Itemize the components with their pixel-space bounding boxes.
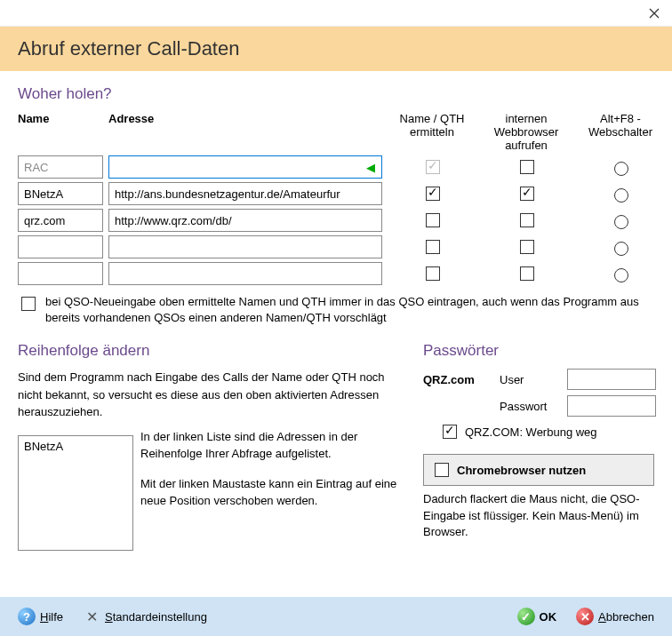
always-insert-checkbox[interactable] [21, 297, 36, 311]
row-addr-input[interactable] [108, 182, 382, 205]
nameqth-checkbox[interactable] [426, 266, 440, 281]
browser-checkbox[interactable] [520, 266, 534, 281]
section-reorder-title: Reihenfolge ändern [18, 342, 405, 360]
window-title: Abruf externer Call-Daten [0, 27, 672, 71]
pw-site: QRZ.com [423, 373, 494, 386]
reorder-list[interactable]: BNetzA [18, 435, 133, 551]
table-row: ◀ [18, 155, 654, 179]
chrome-desc: Dadurch flackert die Maus nicht, die QSO… [423, 491, 654, 540]
browser-checkbox[interactable] [520, 213, 534, 227]
chrome-label: Chromebrowser nutzen [457, 464, 586, 477]
chrome-box[interactable]: Chromebrowser nutzen [423, 454, 654, 486]
ok-button[interactable]: ✓ OK [517, 608, 557, 625]
section-woher-title: Woher holen? [18, 85, 654, 103]
help-icon: ? [18, 608, 36, 625]
table-row [18, 209, 654, 232]
row-addr-input[interactable] [108, 235, 382, 258]
pw-pass-input[interactable] [567, 395, 656, 417]
help-label: Hilfe [40, 610, 63, 624]
titlebar [0, 0, 672, 27]
close-button[interactable] [636, 0, 672, 27]
row-addr-input[interactable] [108, 262, 382, 285]
row-name-input[interactable] [18, 182, 103, 205]
nameqth-checkbox [426, 160, 440, 174]
defaults-button[interactable]: ✕ Standardeinstellung [83, 608, 207, 625]
altf8-radio[interactable] [614, 268, 628, 282]
section-pw-title: Passwörter [423, 342, 654, 360]
cancel-button[interactable]: ✕ Abbrechen [576, 608, 654, 625]
cancel-label: Abbrechen [598, 610, 654, 624]
altf8-radio[interactable] [614, 242, 628, 256]
col-browser: internen Webbrowser aufrufen [482, 112, 571, 152]
row-name-input[interactable] [18, 262, 103, 285]
reorder-help1: In der linken Liste sind die Adressen in… [140, 428, 405, 463]
altf8-radio[interactable] [614, 162, 628, 176]
table-header: Name Adresse Name / QTH ermitteln intern… [18, 112, 654, 152]
footer: ? Hilfe ✕ Standardeinstellung ✓ OK ✕ Abb… [0, 597, 672, 636]
col-altf8: Alt+F8 - Webschalter [576, 112, 665, 139]
row-name-input[interactable] [18, 235, 103, 258]
nameqth-checkbox[interactable] [426, 187, 440, 201]
always-insert-label: bei QSO-Neueingabe oben ermittelte Namen… [45, 294, 654, 326]
reorder-item[interactable]: BNetzA [24, 440, 127, 453]
col-nameqth: Name / QTH ermitteln [388, 112, 476, 139]
ok-icon: ✓ [517, 608, 535, 625]
row-name-input[interactable] [18, 209, 103, 232]
chrome-checkbox[interactable] [435, 463, 449, 477]
nameqth-checkbox[interactable] [426, 240, 440, 254]
help-button[interactable]: ? Hilfe [18, 608, 63, 625]
row-name-input [18, 155, 103, 179]
pw-user-label: User [500, 373, 562, 386]
pw-user-input[interactable] [567, 369, 656, 390]
browser-checkbox[interactable] [520, 160, 534, 174]
browser-checkbox[interactable] [520, 240, 534, 254]
reorder-desc: Sind dem Programm nach Eingabe des Calls… [18, 369, 405, 421]
row-addr-input[interactable] [108, 209, 382, 232]
reorder-help2: Mit der linken Maustaste kann ein Eintra… [140, 475, 405, 510]
browser-checkbox[interactable] [520, 187, 534, 201]
col-addr: Adresse [108, 112, 382, 125]
altf8-radio[interactable] [614, 215, 628, 229]
ok-label: OK [540, 610, 557, 624]
table-row [18, 235, 654, 258]
table-row [18, 182, 654, 205]
adblock-checkbox[interactable] [443, 425, 457, 439]
cancel-icon: ✕ [576, 608, 594, 625]
tools-icon: ✕ [83, 608, 100, 625]
close-icon [649, 8, 660, 19]
row-addr-input [108, 155, 382, 179]
altf8-radio[interactable] [614, 188, 628, 203]
defaults-label: Standardeinstellung [105, 610, 207, 624]
adblock-label: QRZ.COM: Werbung weg [465, 425, 597, 439]
nameqth-checkbox[interactable] [426, 213, 440, 227]
col-name: Name [18, 112, 103, 125]
pw-pass-label: Passwort [500, 400, 562, 413]
table-row [18, 262, 654, 285]
